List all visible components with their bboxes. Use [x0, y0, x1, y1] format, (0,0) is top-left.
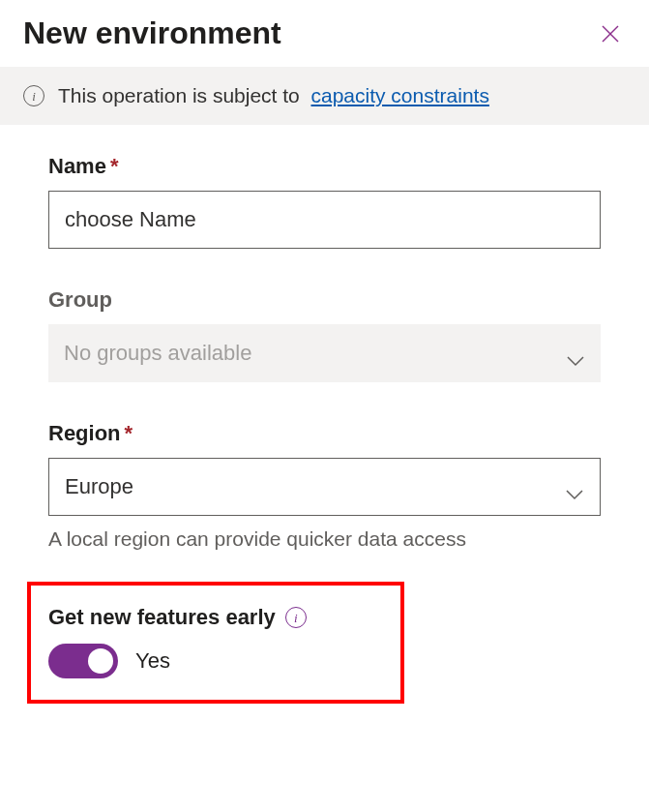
capacity-constraints-link[interactable]: capacity constraints — [310, 84, 488, 106]
name-label: Name* — [48, 154, 601, 179]
region-help-text: A local region can provide quicker data … — [48, 527, 601, 551]
required-indicator: * — [125, 421, 133, 445]
required-indicator: * — [110, 154, 119, 178]
features-label: Get new features early — [48, 605, 276, 630]
chevron-down-icon — [566, 347, 585, 359]
group-select: No groups available — [48, 324, 601, 382]
name-input[interactable] — [48, 191, 601, 249]
name-label-text: Name — [48, 154, 106, 178]
info-banner: This operation is subject to capacity co… — [0, 67, 649, 125]
region-label: Region* — [48, 421, 601, 446]
info-icon[interactable] — [285, 607, 307, 628]
close-icon — [599, 22, 622, 45]
group-placeholder: No groups available — [64, 341, 251, 366]
toggle-thumb — [88, 648, 113, 674]
chevron-down-icon — [565, 481, 584, 493]
region-field: Region* Europe A local region can provid… — [48, 421, 601, 551]
group-field: Group No groups available — [48, 287, 601, 382]
panel-title: New environment — [23, 15, 281, 51]
region-label-text: Region — [48, 421, 121, 445]
environment-form: Name* Group No groups available Region* … — [0, 125, 649, 727]
region-value: Europe — [65, 474, 133, 499]
banner-text: This operation is subject to capacity co… — [58, 84, 489, 107]
banner-text-static: This operation is subject to — [58, 84, 300, 106]
features-toggle[interactable] — [48, 644, 118, 678]
close-button[interactable] — [595, 18, 626, 49]
features-label-row: Get new features early — [48, 605, 383, 630]
features-highlight: Get new features early Yes — [27, 582, 404, 704]
panel-header: New environment — [0, 0, 649, 67]
region-select[interactable]: Europe — [48, 458, 601, 516]
group-label: Group — [48, 287, 601, 313]
features-toggle-row: Yes — [48, 644, 383, 678]
features-toggle-label: Yes — [135, 648, 170, 674]
info-icon — [23, 85, 44, 106]
name-field: Name* — [48, 154, 601, 249]
